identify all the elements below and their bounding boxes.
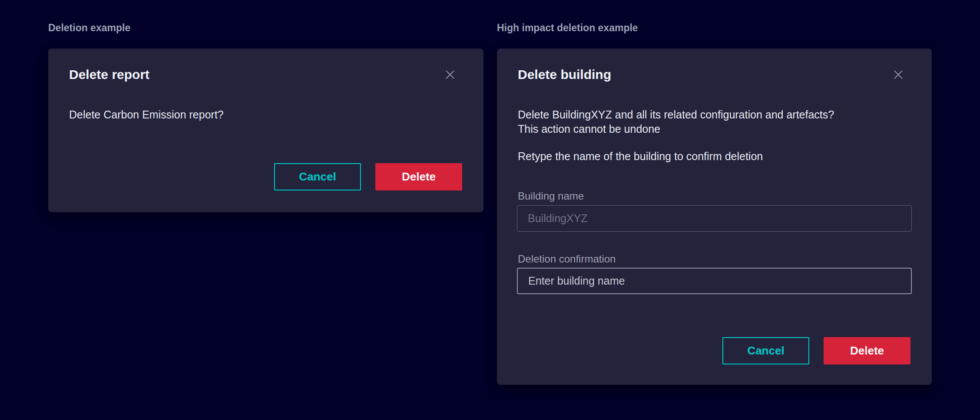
dialog-message-line2: This action cannot be undone (518, 122, 834, 136)
close-icon (445, 70, 455, 79)
cancel-button[interactable]: Cancel (274, 163, 361, 190)
close-button[interactable] (442, 67, 458, 82)
dialog-actions: Cancel Delete (274, 163, 462, 190)
building-name-input[interactable] (517, 205, 912, 232)
dialog-message: Delete Carbon Emission report? (69, 108, 224, 122)
delete-button[interactable]: Delete (375, 163, 462, 190)
delete-report-dialog: Delete report Delete Carbon Emission rep… (48, 49, 483, 212)
deletion-confirmation-label: Deletion confirmation (518, 253, 616, 265)
building-name-label: Building name (518, 190, 584, 202)
dialog-message: Delete BuildingXYZ and all its related c… (518, 108, 834, 136)
dialog-message-line1: Delete BuildingXYZ and all its related c… (518, 108, 834, 122)
high-impact-deletion-section: High impact deletion example Delete buil… (497, 21, 932, 385)
cancel-button[interactable]: Cancel (722, 337, 809, 364)
section-heading-high-impact: High impact deletion example (497, 21, 932, 34)
section-heading-simple: Deletion example (48, 21, 483, 34)
deletion-confirmation-input[interactable] (517, 268, 912, 294)
dialog-title: Delete building (518, 67, 611, 82)
close-icon (894, 70, 903, 79)
delete-building-dialog: Delete building Delete BuildingXYZ and a… (497, 49, 932, 385)
dialog-actions: Cancel Delete (722, 337, 910, 364)
simple-deletion-section: Deletion example Delete report Delete Ca… (48, 21, 483, 212)
delete-button[interactable]: Delete (824, 337, 910, 364)
close-button[interactable] (890, 67, 907, 82)
retype-instruction: Retype the name of the building to confi… (518, 149, 763, 164)
dialog-title: Delete report (69, 67, 149, 82)
